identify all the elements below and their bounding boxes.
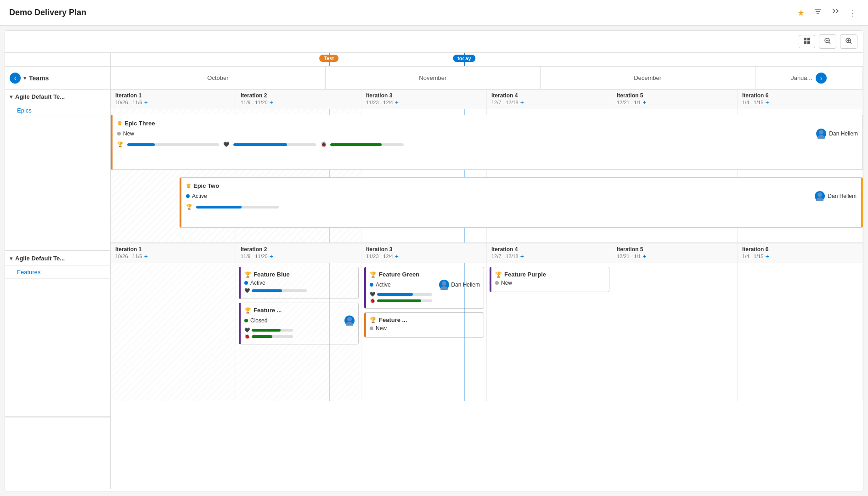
epics-sub-row[interactable]: Epics bbox=[5, 104, 110, 117]
teams-collapse-icon bbox=[23, 75, 26, 81]
epic-two-title: Epic Two bbox=[193, 182, 219, 189]
add-iter-e2[interactable]: + bbox=[270, 99, 273, 106]
epic3-bar1-row: 🏆 🖤 🐞 bbox=[117, 141, 858, 147]
crown-icon-fb: 🏆 bbox=[244, 271, 251, 278]
feature-closed-title-row: 🏆 Feature ... bbox=[244, 307, 355, 314]
feature-green-status: Active bbox=[376, 282, 391, 288]
left-features-area bbox=[5, 279, 110, 417]
add-iter-f6[interactable]: + bbox=[765, 253, 769, 260]
collapse-button[interactable] bbox=[829, 6, 841, 20]
iter-cell-e4: Iteration 4 12/7 - 12/18 + bbox=[487, 90, 612, 109]
feature-new-title-row: 🏆 Feature ... bbox=[370, 316, 480, 323]
iter-cell-f1: Iteration 1 10/26 - 11/6 + bbox=[111, 243, 236, 263]
crown-icon-fg: 🏆 bbox=[370, 271, 377, 278]
feature-new-orange-card[interactable]: 🏆 Feature ... New bbox=[364, 312, 484, 338]
teams-label: Teams bbox=[29, 74, 49, 82]
status-dot-epic3 bbox=[117, 132, 121, 135]
status-dot-fc bbox=[244, 319, 248, 322]
feature-blue-title-row: 🏆 Feature Blue bbox=[244, 271, 355, 278]
features-iter1-col bbox=[111, 263, 236, 401]
iter-cell-e3: Iteration 3 11/23 - 12/4 + bbox=[361, 90, 487, 109]
features-link[interactable]: Features bbox=[17, 269, 40, 276]
feature-new-title: Feature ... bbox=[379, 316, 407, 323]
svg-rect-3 bbox=[804, 38, 806, 40]
header-actions: ★ ⋮ bbox=[795, 6, 859, 20]
feature-blue-card[interactable]: 🏆 Feature Blue Active 🖤 bbox=[239, 267, 359, 299]
add-iter-e5[interactable]: + bbox=[643, 99, 647, 106]
feature-new-status-row: New bbox=[370, 325, 480, 332]
add-iter-e4[interactable]: + bbox=[520, 99, 524, 106]
svg-point-18 bbox=[347, 317, 352, 321]
month-columns: October November December Janua... › bbox=[111, 67, 863, 89]
svg-point-17 bbox=[816, 197, 823, 201]
iter-cell-e5: Iteration 5 12/21 - 1/1 + bbox=[612, 90, 738, 109]
zoom-out-button[interactable] bbox=[819, 34, 836, 49]
svg-point-16 bbox=[817, 192, 822, 197]
epic-three-card[interactable]: ♛ Epic Three New Dan Hellem bbox=[111, 115, 863, 170]
month-january: Janua... › bbox=[755, 67, 863, 89]
right-panel: Iteration 1 10/26 - 11/6 + Iteration 2 1… bbox=[111, 90, 863, 489]
iter-cell-e6: Iteration 6 1/4 - 1/15 + bbox=[738, 90, 863, 109]
status-dot-fp bbox=[495, 281, 499, 285]
features-iter2-col: 🏆 Feature Blue Active 🖤 bbox=[236, 263, 361, 401]
feature-green-title: Feature Green bbox=[379, 271, 419, 278]
svg-rect-5 bbox=[804, 41, 806, 44]
left-epic-area bbox=[5, 117, 110, 250]
plan-container: Test today ‹ Teams October November Dece… bbox=[5, 53, 863, 489]
add-iter-f5[interactable]: + bbox=[643, 253, 647, 260]
features-iter4-col: 🏆 Feature Purple New bbox=[487, 263, 612, 401]
team-section-epics: Agile Default Te... Epics bbox=[5, 90, 110, 251]
nav-prev-button[interactable]: ‹ bbox=[10, 73, 21, 84]
add-iter-f1[interactable]: + bbox=[144, 253, 148, 260]
feature-blue-status: Active bbox=[250, 280, 265, 286]
left-panel: Agile Default Te... Epics Agile Default … bbox=[5, 90, 111, 489]
team-name-epics: Agile Default Te... bbox=[15, 93, 65, 100]
assignee-epic2: Dan Hellem bbox=[828, 193, 857, 199]
status-dot-epic2 bbox=[186, 194, 190, 198]
iter-cell-f3: Iteration 3 11/23 - 12/4 + bbox=[361, 243, 487, 263]
grid-view-button[interactable] bbox=[799, 35, 815, 48]
crown-icon-fn: 🏆 bbox=[370, 317, 377, 323]
team-row-features[interactable]: Agile Default Te... bbox=[5, 251, 110, 266]
avatar-epic3 bbox=[816, 129, 826, 139]
iter-cell-f4: Iteration 4 12/7 - 12/18 + bbox=[487, 243, 612, 263]
svg-point-20 bbox=[442, 281, 446, 286]
add-iter-e6[interactable]: + bbox=[765, 99, 769, 106]
feature-purple-title: Feature Purple bbox=[504, 271, 546, 278]
team-row-epics[interactable]: Agile Default Te... bbox=[5, 90, 110, 104]
status-dot-fn bbox=[370, 327, 373, 330]
epic-two-title-row: ♛ Epic Two bbox=[186, 182, 857, 189]
filter-button[interactable] bbox=[812, 6, 824, 20]
svg-line-11 bbox=[850, 42, 852, 44]
iter-cell-e1: Iteration 1 10/26 - 11/6 + bbox=[111, 90, 236, 109]
svg-point-19 bbox=[346, 322, 353, 326]
add-iter-e3[interactable]: + bbox=[395, 99, 399, 106]
crown-icon-epic3: ♛ bbox=[117, 120, 122, 127]
add-iter-f2[interactable]: + bbox=[270, 253, 273, 260]
month-november: November bbox=[326, 67, 541, 89]
feature-green-card[interactable]: 🏆 Feature Green Active Dan bbox=[364, 267, 484, 309]
feature-green-status-row: Active Dan Hellem bbox=[370, 280, 480, 290]
epics-link[interactable]: Epics bbox=[17, 107, 32, 114]
features-iter6-col bbox=[738, 263, 863, 401]
features-sub-row[interactable]: Features bbox=[5, 266, 110, 279]
features-area: 🏆 Feature Blue Active 🖤 bbox=[111, 263, 863, 401]
crown-icon-fc: 🏆 bbox=[244, 307, 251, 314]
epic-three-title: Epic Three bbox=[124, 120, 155, 127]
feature-purple-card[interactable]: 🏆 Feature Purple New bbox=[490, 267, 609, 292]
add-iter-f3[interactable]: + bbox=[395, 253, 399, 260]
feature-closed-card[interactable]: 🏆 Feature ... Closed bbox=[239, 303, 359, 344]
crown-icon-fp: 🏆 bbox=[495, 271, 502, 278]
status-dot-fb bbox=[244, 281, 248, 285]
nav-next-button[interactable]: › bbox=[816, 73, 827, 84]
main-container: Test today ‹ Teams October November Dece… bbox=[5, 30, 863, 491]
timeline-header: ‹ Teams October November December Janua.… bbox=[5, 67, 863, 90]
add-iter-e1[interactable]: + bbox=[144, 99, 148, 106]
more-button[interactable]: ⋮ bbox=[847, 6, 859, 20]
avatar-fg bbox=[439, 280, 449, 290]
features-iter3-col: 🏆 Feature Green Active Dan bbox=[361, 263, 487, 401]
epic-two-card[interactable]: ♛ Epic Two Active Dan Hellem bbox=[180, 177, 863, 228]
add-iter-f4[interactable]: + bbox=[520, 253, 524, 260]
favorite-button[interactable]: ★ bbox=[795, 6, 806, 20]
zoom-in-button[interactable] bbox=[840, 34, 857, 49]
